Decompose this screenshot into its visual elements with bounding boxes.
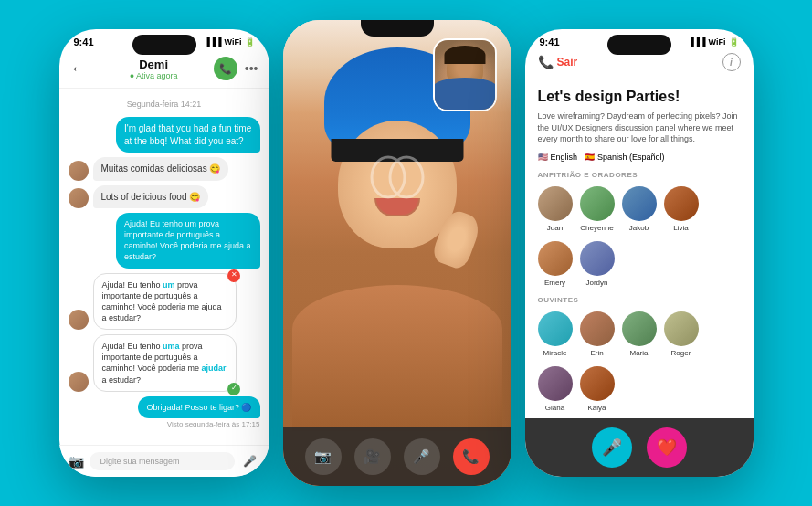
leave-icon: 📞	[538, 55, 554, 69]
listener-miracle[interactable]: Miracle	[538, 311, 573, 357]
name-roger: Roger	[671, 349, 691, 357]
leave-button[interactable]: 📞 Sair	[538, 55, 578, 69]
name-jordyn: Jordyn	[585, 279, 607, 287]
contact-status: ● Ativa agora	[94, 71, 214, 80]
status-icons: ▐▐▐WiFi🔋	[204, 37, 254, 47]
avatar	[69, 188, 89, 208]
social-content-wrapper: 9:41 ▐▐▐WiFi🔋 📞 Sair i Let's design Part…	[525, 29, 754, 477]
host-cheyenne[interactable]: Cheyenne	[580, 186, 615, 232]
host-emery[interactable]: Emery	[538, 241, 573, 287]
message-input[interactable]: Digite sua mensagem	[90, 452, 235, 470]
heart-action-button[interactable]: ❤️	[647, 427, 687, 468]
name-giana: Giana	[545, 404, 564, 412]
camera-toggle-button[interactable]: 📷	[305, 438, 342, 475]
room-title: Let's design Parties!	[538, 89, 741, 105]
avatar-jakob	[622, 186, 657, 221]
name-jakob: Jakob	[629, 224, 649, 232]
es-flag: 🇪🇸	[585, 153, 595, 162]
call-button[interactable]: 📞	[214, 57, 237, 80]
mic-icon[interactable]: 🎤	[240, 451, 260, 471]
video-screen: 📷 🎥 🎤 📞	[283, 20, 511, 486]
message-error: Ajuda! Eu tenho um prova importante de p…	[93, 273, 237, 331]
pip-video[interactable]	[433, 38, 497, 111]
camera-icon[interactable]: 📷	[69, 454, 84, 469]
pip-hair	[444, 46, 485, 64]
dynamic-island	[132, 35, 196, 55]
room-content: Let's design Parties! Love wireframing? …	[525, 79, 754, 477]
avatar	[69, 310, 89, 330]
chat-input-bar: 📷 Digite sua mensagem 🎤	[59, 445, 269, 477]
back-button[interactable]: ←	[70, 59, 87, 79]
us-flag: 🇺🇸	[538, 153, 548, 162]
app-container: 9:41 ▐▐▐WiFi🔋 ← Demi ● Ativa agora 📞 •••…	[0, 0, 812, 506]
leave-label: Sair	[557, 56, 578, 69]
last-message-group: Obrigada! Posso te ligar? 🔵 Visto segund…	[69, 396, 260, 427]
avatar	[69, 161, 89, 181]
error-indicator: ✕	[227, 269, 240, 282]
avatar-erin	[580, 311, 615, 346]
social-screen: 9:41 ▐▐▐WiFi🔋 📞 Sair i Let's design Part…	[525, 29, 754, 477]
chat-screen: 9:41 ▐▐▐WiFi🔋 ← Demi ● Ativa agora 📞 •••…	[59, 29, 269, 477]
english-label: English	[551, 153, 578, 162]
mic-action-button[interactable]: 🎤	[592, 427, 632, 468]
pip-body	[433, 78, 497, 110]
hosts-row: Juan Cheyenne Jakob Livia	[538, 186, 741, 232]
host-juan[interactable]: Juan	[538, 186, 573, 232]
avatar-roger	[664, 311, 699, 346]
more-button[interactable]: •••	[245, 61, 258, 76]
dynamic-island-3	[607, 35, 671, 55]
message-row-1: Muitas comidas deliciosas 😋	[69, 157, 260, 181]
social-status-icons: ▐▐▐WiFi🔋	[688, 37, 738, 47]
host-jordyn[interactable]: Jordyn	[580, 241, 615, 287]
name-miracle: Miracle	[543, 349, 567, 357]
lang-spanish: 🇪🇸 Spanish (Español)	[585, 153, 665, 162]
listener-maria[interactable]: Maria	[622, 311, 657, 357]
host-livia[interactable]: Livia	[664, 186, 699, 232]
name-juan: Juan	[547, 224, 563, 232]
name-cheyenne: Cheyenne	[580, 224, 613, 232]
corrected-word-2: ajudar	[202, 364, 227, 373]
language-tags: 🇺🇸 English 🇪🇸 Spanish (Español)	[538, 153, 741, 162]
avatar-kaiya	[580, 366, 615, 401]
mic-toggle-button[interactable]: 🎤	[404, 438, 440, 475]
avatar-jordyn	[580, 241, 615, 276]
message-received-2: Lots of delicious food 😋	[93, 185, 209, 209]
corrected-word-1: uma	[163, 342, 180, 351]
name-emery: Emery	[544, 279, 565, 287]
body	[292, 285, 502, 431]
host-jakob[interactable]: Jakob	[622, 186, 657, 232]
lang-english: 🇺🇸 English	[538, 153, 578, 162]
avatar-maria	[622, 311, 657, 346]
message-received-1: Muitas comidas deliciosas 😋	[93, 157, 229, 181]
name-livia: Livia	[673, 224, 688, 232]
svg-point-0	[372, 157, 405, 197]
listener-kaiya[interactable]: Kaiya	[580, 366, 615, 412]
message-row-corrected: Ajuda! Eu tenho uma prova importante de …	[69, 334, 260, 392]
listeners-row-1: Miracle Erin Maria Roger	[538, 311, 741, 357]
message-row-2: Lots of delicious food 😋	[69, 185, 260, 209]
video-controls: 📷 🎥 🎤 📞	[283, 427, 511, 486]
date-divider: Segunda-feira 14:21	[69, 100, 260, 109]
contact-info: Demi ● Ativa agora	[94, 58, 214, 80]
seen-timestamp: Visto segunda-feira às 17:15	[167, 420, 260, 427]
listeners-row-2: Giana Kaiya	[538, 366, 741, 412]
chat-header: ← Demi ● Ativa agora 📞 •••	[59, 51, 269, 89]
end-call-button[interactable]: 📞	[453, 438, 490, 475]
message-sent-2: Ajuda! Eu tenho um prova importante de p…	[116, 213, 260, 269]
message-sent-1: I'm glad that you had a fun time at the …	[116, 117, 260, 153]
social-time: 9:41	[540, 37, 560, 47]
listener-roger[interactable]: Roger	[664, 311, 699, 357]
room-description: Love wireframing? Daydream of perfecting…	[538, 111, 741, 145]
video-toggle-button[interactable]: 🎥	[354, 438, 391, 475]
avatar-giana	[538, 366, 573, 401]
messages-list: Segunda-feira 14:21 I'm glad that you ha…	[59, 89, 269, 427]
listener-erin[interactable]: Erin	[580, 311, 615, 357]
time-display: 9:41	[74, 37, 94, 47]
video-background: 📷 🎥 🎤 📞	[283, 20, 511, 486]
social-bottom-bar: 🎤 ❤️	[525, 418, 754, 477]
message-row-error: Ajuda! Eu tenho um prova importante de p…	[69, 273, 260, 331]
listener-giana[interactable]: Giana	[538, 366, 573, 412]
error-word: um	[163, 280, 175, 290]
hosts-row-2: Emery Jordyn	[538, 241, 741, 287]
info-button[interactable]: i	[722, 53, 741, 71]
